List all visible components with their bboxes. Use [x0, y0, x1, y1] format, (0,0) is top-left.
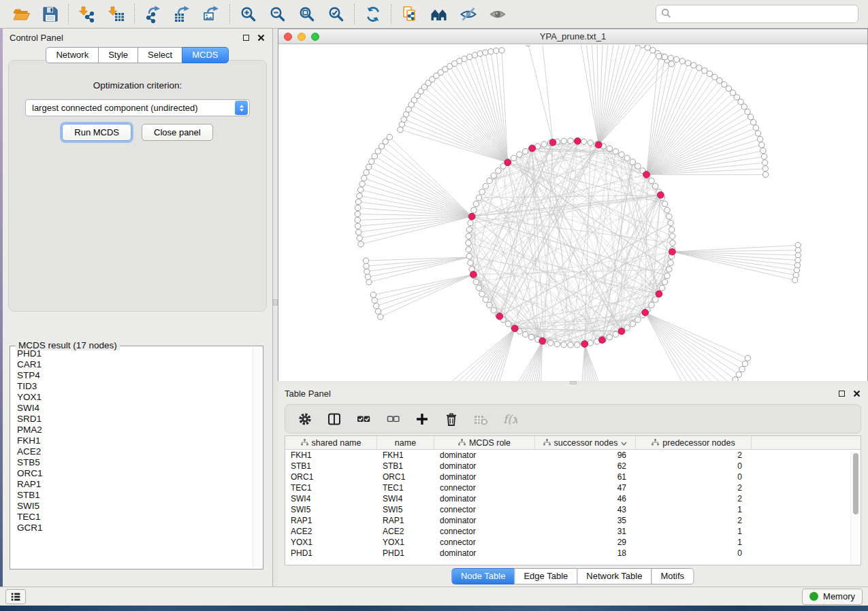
close-panel-button[interactable]: Close panel: [142, 124, 213, 141]
result-node-item[interactable]: TEC1: [12, 512, 252, 523]
hierarchy-icon: [543, 438, 551, 448]
cell-predecessor-nodes: 2: [636, 515, 752, 526]
import-network-icon[interactable]: [78, 5, 96, 23]
cell-MCDS-role: connector: [434, 537, 535, 548]
table-row[interactable]: SWI4SWI4dominator462: [285, 493, 861, 504]
delete-icon[interactable]: [443, 411, 460, 427]
close-icon[interactable]: [256, 33, 266, 42]
result-node-item[interactable]: SRD1: [12, 414, 252, 425]
search-box[interactable]: [656, 5, 858, 23]
tab-node-table[interactable]: Node Table: [451, 568, 515, 584]
result-node-item[interactable]: SWI5: [12, 501, 252, 512]
add-icon[interactable]: [414, 411, 430, 427]
result-node-item[interactable]: TID3: [12, 381, 252, 392]
mcds-tab-content: Optimization criterion: largest connecte…: [8, 60, 267, 312]
search-input[interactable]: [674, 7, 858, 21]
vertical-splitter[interactable]: [273, 29, 278, 587]
memory-button[interactable]: Memory: [802, 589, 863, 605]
table-row[interactable]: ORC1ORC1dominator610: [285, 472, 861, 482]
select-all-icon[interactable]: [355, 411, 372, 427]
import-table-icon[interactable]: [107, 5, 125, 23]
show-all-icon[interactable]: [488, 5, 507, 23]
result-node-item[interactable]: STB5: [12, 457, 252, 468]
result-scrollbar[interactable]: [253, 348, 261, 567]
zoom-in-icon[interactable]: [239, 5, 257, 23]
result-node-item[interactable]: CAR1: [12, 359, 252, 370]
tab-motifs[interactable]: Motifs: [651, 568, 694, 584]
columns-icon[interactable]: [326, 411, 342, 427]
column-header-name[interactable]: name: [377, 436, 434, 449]
tab-mcds[interactable]: MCDS: [182, 47, 228, 63]
search-icon: [661, 8, 671, 20]
tab-network-table[interactable]: Network Table: [577, 568, 652, 584]
tab-select[interactable]: Select: [138, 47, 182, 63]
hide-selected-icon[interactable]: [459, 5, 477, 23]
open-icon[interactable]: [12, 5, 30, 23]
result-node-item[interactable]: STB1: [12, 490, 252, 501]
task-history-button[interactable]: [5, 589, 26, 604]
cell-successor-nodes: 46: [535, 493, 636, 504]
table-row[interactable]: SWI5SWI5connector431: [285, 504, 861, 515]
export-table-icon[interactable]: [173, 5, 191, 23]
maximize-window-icon[interactable]: [311, 33, 319, 41]
float-icon[interactable]: [837, 389, 846, 398]
svg-text:f(x): f(x): [503, 412, 517, 425]
network-canvas[interactable]: [278, 45, 867, 380]
table-row[interactable]: FKH1FKH1dominator962: [285, 450, 861, 461]
cell-name: STB1: [377, 461, 434, 472]
main-toolbar: [0, 0, 868, 29]
result-node-item[interactable]: STP4: [12, 370, 252, 381]
column-header-shared-name[interactable]: shared name: [285, 436, 377, 449]
cell-name: PHD1: [377, 548, 434, 559]
result-node-item[interactable]: PHD1: [12, 348, 252, 359]
table-row[interactable]: YOX1YOX1connector291: [285, 537, 861, 548]
cell-shared-name: ACE2: [285, 526, 377, 537]
close-window-icon[interactable]: [284, 33, 292, 41]
cell-predecessor-nodes: 1: [636, 504, 752, 515]
settings-icon[interactable]: [297, 411, 313, 427]
deselect-all-icon[interactable]: [385, 411, 401, 427]
column-header-predecessor-nodes[interactable]: predecessor nodes: [636, 436, 752, 449]
zoom-selected-icon[interactable]: [327, 5, 345, 23]
tab-style[interactable]: Style: [98, 47, 138, 63]
export-image-icon[interactable]: [202, 5, 221, 23]
result-node-item[interactable]: SWI4: [12, 403, 252, 414]
cell-MCDS-role: dominator: [434, 450, 535, 461]
tab-network[interactable]: Network: [46, 47, 99, 63]
cell-shared-name: STB1: [285, 461, 377, 472]
result-node-item[interactable]: ACE2: [12, 446, 252, 457]
table-row[interactable]: TEC1TEC1connector472: [285, 482, 861, 493]
cell-predecessor-nodes: 0: [636, 461, 752, 472]
share-document-icon[interactable]: [400, 5, 419, 23]
network-titlebar[interactable]: YPA_prune.txt_1: [278, 29, 867, 44]
binoculars-icon[interactable]: [430, 5, 448, 23]
result-node-item[interactable]: YOX1: [12, 392, 252, 403]
scrollbar-thumb[interactable]: [853, 453, 858, 514]
cell-shared-name: ORC1: [285, 472, 377, 482]
table-row[interactable]: RAP1RAP1dominator352: [285, 515, 861, 526]
export-network-icon[interactable]: [144, 5, 162, 23]
result-node-item[interactable]: ORC1: [12, 468, 252, 479]
result-node-item[interactable]: PMA2: [12, 425, 252, 435]
table-row[interactable]: PHD1PHD1dominator180: [285, 548, 861, 559]
splitter-handle[interactable]: [273, 299, 278, 306]
minimize-window-icon[interactable]: [298, 33, 306, 41]
result-node-item[interactable]: FKH1: [12, 435, 252, 446]
column-header-MCDS-role[interactable]: MCDS role: [434, 436, 535, 449]
close-icon[interactable]: [852, 389, 861, 398]
column-header-successor-nodes[interactable]: successor nodes: [535, 436, 636, 449]
criterion-select[interactable]: largest connected component (undirected): [25, 99, 250, 116]
run-mcds-button[interactable]: Run MCDS: [62, 124, 131, 141]
table-row[interactable]: ACE2ACE2connector311: [285, 526, 861, 537]
zoom-out-icon[interactable]: [268, 5, 287, 23]
result-node-item[interactable]: RAP1: [12, 479, 252, 490]
result-node-item[interactable]: GCR1: [12, 523, 252, 533]
zoom-fit-icon[interactable]: [298, 5, 316, 23]
table-scrollbar[interactable]: [850, 450, 860, 564]
refresh-icon[interactable]: [364, 5, 382, 23]
float-icon[interactable]: [241, 33, 251, 42]
save-icon[interactable]: [41, 5, 59, 23]
tab-edge-table[interactable]: Edge Table: [514, 568, 577, 584]
node-table: shared namenameMCDS rolesuccessor nodesp…: [285, 435, 861, 565]
table-row[interactable]: STB1STB1dominator620: [285, 461, 861, 472]
